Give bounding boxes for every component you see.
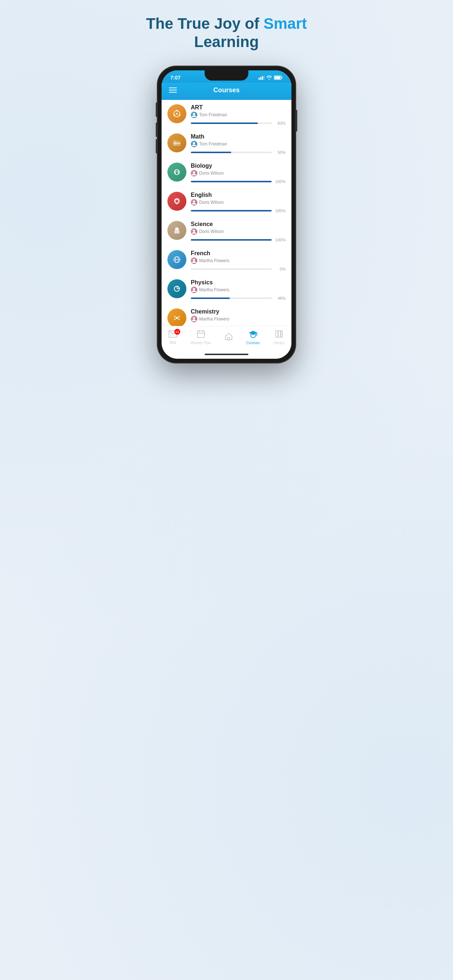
- nav-item-home[interactable]: [225, 332, 233, 342]
- teacher-name-french: Martha Flowers: [199, 258, 230, 263]
- svg-rect-2: [262, 76, 263, 80]
- course-info-biology: Biology Doris Wilson 100%: [191, 162, 286, 188]
- nav-badge-mail: 11: [174, 329, 180, 335]
- svg-point-44: [174, 318, 175, 320]
- teacher-row-science: Doris Wilson: [191, 228, 286, 235]
- library-icon: [275, 330, 283, 338]
- svg-point-20: [175, 170, 176, 172]
- teacher-avatar-english: [191, 199, 197, 205]
- svg-point-62: [228, 339, 230, 340]
- progress-bar-bg-physics-mf: [191, 298, 272, 299]
- svg-rect-6: [282, 76, 283, 78]
- course-icon-physics-mf: [167, 279, 187, 298]
- nav-item-mail[interactable]: 11 Mail: [169, 330, 177, 345]
- teacher-name-physics-mf: Martha Flowers: [199, 287, 230, 293]
- nav-label-library: Library: [274, 341, 285, 345]
- course-item-french[interactable]: French Martha Flowers 0%: [161, 246, 292, 275]
- course-info-math: Math Tom Friedman 50%: [191, 134, 286, 158]
- course-item-physics-mf[interactable]: Physics Martha Flowers 48%: [161, 275, 292, 304]
- teacher-row-english: Doris Wilson: [191, 199, 286, 205]
- progress-bar-bg-art: [191, 123, 272, 124]
- svg-rect-1: [260, 77, 262, 80]
- phone-notch: [205, 70, 248, 81]
- svg-point-43: [179, 316, 180, 317]
- title-line1: The True Joy of: [146, 15, 263, 32]
- progress-row-english: 100%: [191, 208, 286, 213]
- course-name-science: Science: [191, 221, 286, 228]
- course-item-chemistry[interactable]: Chemistry Martha Flowers 100%: [161, 304, 292, 326]
- home-icon: [225, 332, 233, 340]
- svg-rect-0: [258, 78, 260, 80]
- svg-rect-16: [174, 140, 175, 145]
- svg-point-45: [179, 318, 180, 320]
- svg-rect-29: [175, 228, 179, 231]
- teacher-row-french: Martha Flowers: [191, 258, 286, 264]
- svg-point-37: [193, 259, 195, 261]
- progress-pct-chemistry: 100%: [274, 325, 286, 326]
- progress-row-biology: 100%: [191, 180, 286, 184]
- nav-label-weekly-plan: Weekly Plan: [191, 341, 211, 345]
- course-info-science: Science Doris Wilson 100%: [191, 221, 286, 246]
- progress-bar-fill-math: [191, 152, 231, 153]
- course-item-english[interactable]: English Doris Wilson 100%: [161, 188, 292, 216]
- battery-icon: [274, 75, 283, 80]
- teacher-row-physics-mf: Martha Flowers: [191, 286, 286, 293]
- svg-rect-58: [197, 331, 205, 337]
- progress-pct-science: 100%: [274, 238, 286, 242]
- hamburger-menu[interactable]: [169, 88, 177, 92]
- nav-item-weekly-plan[interactable]: Weekly Plan: [191, 330, 211, 345]
- page-title: The True Joy of Smart Learning: [146, 14, 307, 51]
- course-icon-french: [167, 250, 187, 269]
- course-name-biology: Biology: [191, 162, 286, 169]
- teacher-row-chemistry: Martha Flowers: [191, 316, 286, 322]
- svg-marker-63: [249, 331, 257, 335]
- course-item-biology[interactable]: Biology Doris Wilson 100%: [161, 158, 292, 188]
- teacher-row-art: Tom Friedman: [191, 111, 286, 118]
- progress-bar-fill-english: [191, 210, 272, 212]
- svg-point-27: [175, 200, 179, 203]
- svg-point-42: [174, 316, 175, 317]
- svg-rect-3: [264, 75, 265, 80]
- teacher-name-biology: Doris Wilson: [199, 170, 223, 176]
- course-name-english: English: [191, 192, 286, 198]
- course-name-french: French: [191, 250, 286, 257]
- svg-point-12: [193, 113, 195, 115]
- teacher-avatar-chemistry: [191, 316, 197, 322]
- progress-bar-fill-biology: [191, 181, 272, 182]
- svg-point-50: [193, 317, 195, 320]
- progress-bar-fill-physics-mf: [191, 298, 230, 299]
- teacher-row-biology: Doris Wilson: [191, 170, 286, 177]
- course-item-math[interactable]: Math Tom Friedman 50%: [161, 129, 292, 158]
- teacher-avatar-art: [191, 111, 197, 118]
- course-item-art[interactable]: ART Tom Friedman 83%: [161, 100, 292, 129]
- signal-icon: [258, 75, 265, 80]
- svg-point-11: [176, 113, 178, 115]
- teacher-name-english: Doris Wilson: [199, 200, 223, 205]
- course-list: ART Tom Friedman 83% Math: [161, 100, 292, 326]
- svg-rect-31: [176, 227, 177, 228]
- progress-bar-bg-biology: [191, 181, 272, 182]
- teacher-name-art: Tom Friedman: [199, 112, 227, 118]
- progress-pct-math: 50%: [274, 150, 286, 154]
- course-info-physics-mf: Physics Martha Flowers 48%: [191, 279, 286, 304]
- svg-point-9: [179, 115, 180, 116]
- svg-point-39: [177, 286, 179, 289]
- course-icon-english: [167, 192, 187, 211]
- nav-item-courses[interactable]: Courses: [246, 330, 260, 345]
- progress-bar-fill-science: [191, 239, 272, 240]
- svg-point-26: [193, 171, 195, 173]
- svg-point-21: [178, 170, 179, 172]
- course-name-art: ART: [191, 104, 286, 111]
- course-info-art: ART Tom Friedman 83%: [191, 104, 286, 129]
- course-name-physics-mf: Physics: [191, 279, 286, 286]
- progress-bar-fill-art: [191, 123, 258, 124]
- course-icon-math: [167, 134, 187, 153]
- progress-bar-bg-english: [191, 210, 272, 212]
- teacher-name-science: Doris Wilson: [199, 229, 223, 234]
- progress-bar-bg-science: [191, 239, 272, 240]
- header-title: Courses: [214, 86, 239, 94]
- progress-pct-french: 0%: [274, 267, 286, 271]
- course-item-science[interactable]: Science Doris Wilson 100%: [161, 216, 292, 246]
- bottom-nav: 11 Mail Weekly Plan Courses Library: [161, 326, 292, 351]
- nav-item-library[interactable]: Library: [274, 330, 285, 345]
